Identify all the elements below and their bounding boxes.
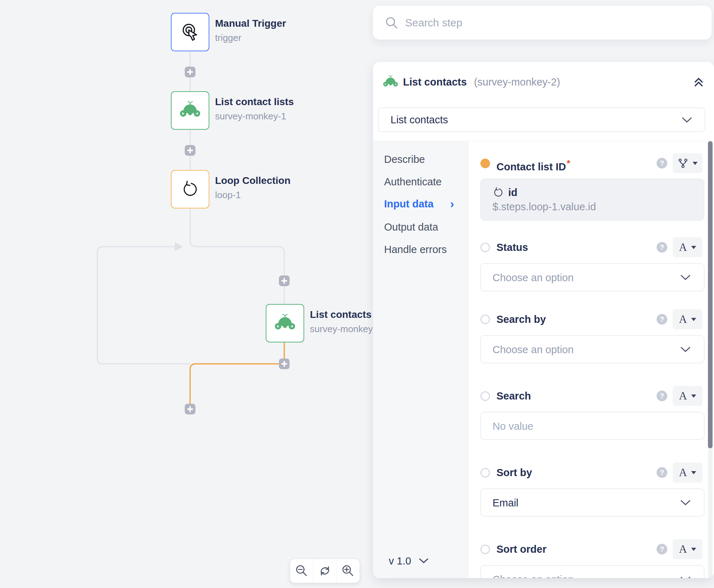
text-type-icon: A xyxy=(679,313,687,326)
search-text-input[interactable]: No value xyxy=(480,412,704,440)
node-box-manual-trigger[interactable] xyxy=(171,13,209,51)
text-type-icon: A xyxy=(679,543,687,556)
field-type-button-text[interactable]: A xyxy=(673,237,703,257)
node-subtitle: survey-monkey-1 xyxy=(215,110,294,122)
field-type-button-text[interactable]: A xyxy=(673,463,703,483)
caret-down-icon xyxy=(693,162,698,165)
caret-down-icon xyxy=(691,471,696,474)
version-label: v 1.0 xyxy=(389,555,411,567)
caret-down-icon xyxy=(691,318,696,321)
nav-item-handle-errors[interactable]: Handle errors xyxy=(384,242,447,257)
node-title: List contacts xyxy=(310,308,381,321)
sort-by-select[interactable]: Email xyxy=(480,489,704,516)
double-chevron-up-icon xyxy=(693,77,704,88)
add-step-button[interactable] xyxy=(279,275,290,286)
field-label-search: Search xyxy=(496,389,531,403)
text-type-icon: A xyxy=(679,390,687,402)
zoom-out-icon xyxy=(295,564,309,578)
select-placeholder: Choose an option xyxy=(493,566,573,578)
select-placeholder: Choose an option xyxy=(493,264,573,292)
help-icon[interactable]: ? xyxy=(657,544,667,555)
search-icon xyxy=(385,16,398,29)
nav-item-authenticate[interactable]: Authenticate xyxy=(384,175,442,189)
field-status-dot xyxy=(480,243,490,252)
loop-icon xyxy=(493,187,504,198)
node-subtitle: trigger xyxy=(215,32,286,44)
refresh-button[interactable] xyxy=(313,559,337,583)
help-icon[interactable]: ? xyxy=(657,467,667,478)
sort-order-select[interactable]: Choose an option xyxy=(480,565,704,578)
nav-item-output-data[interactable]: Output data xyxy=(384,220,438,234)
add-step-button[interactable] xyxy=(185,67,195,77)
help-icon[interactable]: ? xyxy=(657,314,667,325)
workflow-editor: Manual Trigger trigger List contact list… xyxy=(0,0,714,588)
node-box-loop-collection[interactable] xyxy=(171,170,209,208)
field-label-contact-list-id: Contact list ID* xyxy=(496,156,570,170)
help-icon[interactable]: ? xyxy=(657,391,667,401)
required-asterisk: * xyxy=(567,158,570,169)
nav-item-input-data[interactable]: Input data xyxy=(384,197,434,211)
mapped-value-chip[interactable]: id $.steps.loop-1.value.id xyxy=(480,179,704,221)
panel-scrollbar-thumb[interactable] xyxy=(708,141,713,448)
zoom-in-icon xyxy=(341,564,355,578)
field-status-dot xyxy=(480,159,490,168)
help-icon[interactable]: ? xyxy=(657,242,667,253)
chevron-down-icon xyxy=(419,558,428,564)
node-subtitle: survey-monkey-2 xyxy=(310,323,381,335)
node-box-list-contact-lists[interactable] xyxy=(171,91,209,130)
search-input[interactable] xyxy=(404,16,701,29)
node-loop-collection: Loop Collection loop-1 xyxy=(171,170,209,208)
field-label-search-by: Search by xyxy=(496,312,546,326)
chevron-down-icon xyxy=(682,117,692,123)
help-icon[interactable]: ? xyxy=(657,158,667,169)
input-placeholder: No value xyxy=(493,412,533,440)
branch-icon xyxy=(678,158,688,169)
node-list-contact-lists: List contact lists survey-monkey-1 xyxy=(171,91,209,130)
surveymonkey-icon xyxy=(275,313,295,334)
field-type-button-mapped[interactable] xyxy=(673,153,703,173)
loopback-arrowhead xyxy=(175,242,183,251)
node-box-list-contacts[interactable] xyxy=(266,304,304,342)
node-title: Manual Trigger xyxy=(215,17,286,30)
panel-sidebar: Describe Authenticate Input data › Outpu… xyxy=(373,141,468,578)
chevron-down-icon xyxy=(680,577,690,578)
action-select[interactable]: List contacts xyxy=(378,108,705,132)
text-type-icon: A xyxy=(679,241,687,254)
step-search-bar xyxy=(373,6,712,40)
loop-icon xyxy=(181,180,199,198)
select-value: Email xyxy=(493,489,519,517)
chevron-right-icon: › xyxy=(450,197,454,211)
caret-down-icon xyxy=(691,246,696,249)
node-manual-trigger: Manual Trigger trigger xyxy=(171,13,209,51)
status-select[interactable]: Choose an option xyxy=(480,263,704,291)
version-selector[interactable]: v 1.0 xyxy=(389,553,428,569)
field-status-dot xyxy=(480,545,490,554)
add-step-button[interactable] xyxy=(185,404,195,414)
field-type-button-text[interactable]: A xyxy=(673,309,703,329)
caret-down-icon xyxy=(691,548,696,551)
field-status-dot xyxy=(480,468,490,478)
zoom-out-button[interactable] xyxy=(290,559,313,583)
search-by-select[interactable]: Choose an option xyxy=(480,335,704,363)
add-step-button[interactable] xyxy=(185,145,195,156)
node-list-contacts: List contacts survey-monkey-2 xyxy=(266,304,304,342)
chevron-down-icon xyxy=(680,500,690,506)
collapse-panel-button[interactable] xyxy=(693,76,705,88)
panel-header: List contacts (survey-monkey-2) xyxy=(383,73,560,91)
field-label-sort-order: Sort order xyxy=(496,542,546,556)
panel-title: List contacts xyxy=(403,76,467,88)
surveymonkey-icon xyxy=(383,74,398,89)
node-title: List contact lists xyxy=(215,95,294,109)
add-step-button[interactable] xyxy=(279,359,290,369)
field-type-button-text[interactable]: A xyxy=(673,539,703,559)
field-label-sort-by: Sort by xyxy=(496,465,532,480)
nav-item-describe[interactable]: Describe xyxy=(384,152,425,166)
field-type-button-text[interactable]: A xyxy=(673,386,703,406)
zoom-in-button[interactable] xyxy=(337,559,359,583)
chip-value-name: id xyxy=(508,187,517,198)
text-type-icon: A xyxy=(679,466,687,479)
field-label-status: Status xyxy=(496,240,528,254)
chevron-down-icon xyxy=(680,275,690,280)
chip-value-path: $.steps.loop-1.value.id xyxy=(493,201,596,213)
field-status-dot xyxy=(480,391,490,401)
